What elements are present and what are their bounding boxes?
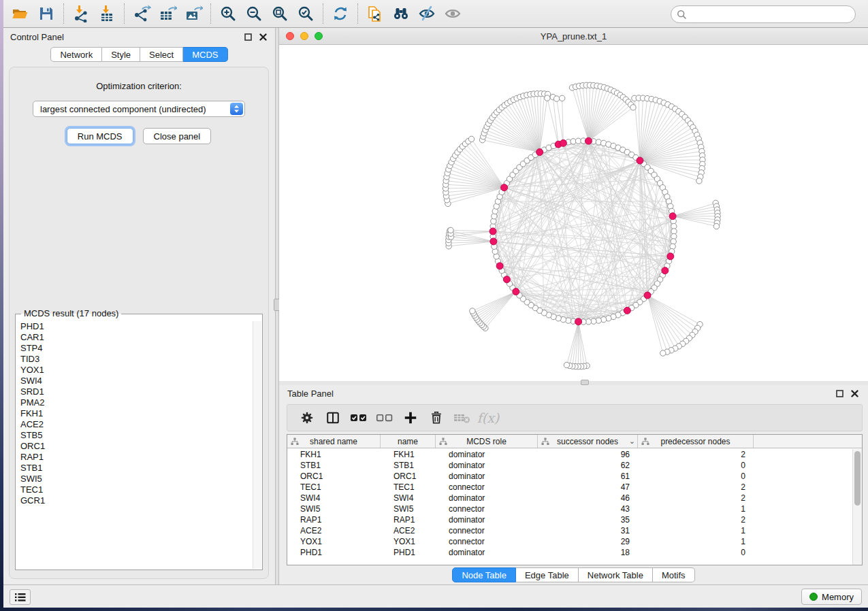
table-scrollbar[interactable] <box>852 449 862 565</box>
tab-node-table[interactable]: Node Table <box>452 567 516 582</box>
import-table-button[interactable] <box>94 2 120 25</box>
cell-predecessor-nodes[interactable]: 1 <box>638 525 754 536</box>
tab-network[interactable]: Network <box>50 47 102 62</box>
cell-shared-name[interactable]: SWI5 <box>287 503 381 514</box>
hide-selected-button[interactable] <box>414 2 440 25</box>
cell-MCDS-role[interactable]: connector <box>436 536 538 547</box>
tab-motifs[interactable]: Motifs <box>653 567 695 582</box>
cell-predecessor-nodes[interactable]: 1 <box>638 503 754 514</box>
cell-shared-name[interactable]: STB1 <box>287 460 381 471</box>
cell-name[interactable]: RAP1 <box>381 514 436 525</box>
mcds-result-list[interactable]: PHD1CAR1STP4TID3YOX1SWI4SRD1PMA2FKH1ACE2… <box>16 321 252 569</box>
mcds-result-node[interactable]: TID3 <box>16 354 252 365</box>
cell-MCDS-role[interactable]: connector <box>436 503 538 514</box>
cell-name[interactable]: ACE2 <box>381 525 436 536</box>
cell-successor-nodes[interactable]: 43 <box>538 503 638 514</box>
cell-predecessor-nodes[interactable]: 2 <box>638 514 754 525</box>
show-column-panel-button[interactable] <box>320 408 346 428</box>
column-header-shared-name[interactable]: shared name <box>287 435 381 448</box>
tab-edge-table[interactable]: Edge Table <box>516 567 579 582</box>
cell-MCDS-role[interactable]: dominator <box>436 449 538 460</box>
cell-shared-name[interactable]: FKH1 <box>287 449 381 460</box>
deselect-all-button[interactable] <box>372 408 398 428</box>
cell-shared-name[interactable]: YOX1 <box>287 536 381 547</box>
close-panel-button[interactable] <box>257 31 268 42</box>
mcds-result-node[interactable]: PHD1 <box>16 321 252 332</box>
cell-predecessor-nodes[interactable]: 1 <box>638 536 754 547</box>
close-table-panel-button[interactable] <box>849 389 860 399</box>
mcds-result-node[interactable]: GCR1 <box>16 495 252 506</box>
tab-mcds[interactable]: MCDS <box>183 47 227 62</box>
cell-successor-nodes[interactable]: 62 <box>538 460 638 471</box>
network-graph[interactable] <box>279 45 868 381</box>
cell-successor-nodes[interactable]: 35 <box>538 514 638 525</box>
function-builder-button[interactable]: f(x) <box>475 408 501 428</box>
cell-predecessor-nodes[interactable]: 2 <box>638 449 754 460</box>
zoom-fit-button[interactable] <box>267 2 293 25</box>
cell-predecessor-nodes[interactable]: 0 <box>638 547 754 558</box>
float-table-panel-button[interactable] <box>834 389 845 399</box>
zoom-selected-button[interactable] <box>293 2 319 25</box>
horizontal-splitter-grip[interactable] <box>581 380 589 385</box>
import-network-button[interactable] <box>68 2 94 25</box>
cell-name[interactable]: SWI5 <box>381 503 436 514</box>
mcds-result-node[interactable]: STP4 <box>16 343 252 354</box>
cell-name[interactable]: YOX1 <box>381 536 436 547</box>
run-mcds-button[interactable]: Run MCDS <box>67 128 133 144</box>
mcds-result-node[interactable]: RAP1 <box>16 452 252 463</box>
table-row[interactable]: SWI5SWI5connector431 <box>287 503 852 514</box>
cell-successor-nodes[interactable]: 31 <box>538 525 638 536</box>
cell-shared-name[interactable]: TEC1 <box>287 482 381 493</box>
create-column-button[interactable] <box>398 408 423 428</box>
mcds-result-node[interactable]: STB1 <box>16 463 252 474</box>
network-view[interactable] <box>279 45 868 381</box>
show-all-button[interactable] <box>440 2 466 25</box>
cell-successor-nodes[interactable]: 29 <box>538 536 638 547</box>
cell-MCDS-role[interactable]: connector <box>436 525 538 536</box>
cell-name[interactable]: FKH1 <box>381 449 436 460</box>
table-row[interactable]: RAP1RAP1dominator352 <box>287 514 852 525</box>
mcds-result-node[interactable]: PMA2 <box>16 397 252 408</box>
cell-successor-nodes[interactable]: 18 <box>538 547 638 558</box>
cell-predecessor-nodes[interactable]: 0 <box>638 460 754 471</box>
cell-successor-nodes[interactable]: 46 <box>538 493 638 503</box>
zoom-out-button[interactable] <box>241 2 267 25</box>
save-session-button[interactable] <box>33 2 59 25</box>
cell-predecessor-nodes[interactable]: 2 <box>638 493 754 503</box>
mcds-result-node[interactable]: ACE2 <box>16 419 252 430</box>
cell-MCDS-role[interactable]: dominator <box>436 493 538 503</box>
table-scrollbar-thumb[interactable] <box>854 451 861 506</box>
column-header-name[interactable]: name <box>381 435 436 448</box>
memory-button[interactable]: Memory <box>801 589 862 605</box>
cell-shared-name[interactable]: SWI4 <box>287 493 381 503</box>
mcds-result-node[interactable]: SRD1 <box>16 386 252 397</box>
cell-successor-nodes[interactable]: 61 <box>538 471 638 482</box>
criterion-dropdown[interactable]: largest connected component (undirected) <box>33 101 245 117</box>
column-header-MCDS-role[interactable]: MCDS role <box>436 435 538 448</box>
task-history-button[interactable] <box>10 589 31 605</box>
cell-name[interactable]: TEC1 <box>381 482 436 493</box>
cell-MCDS-role[interactable]: dominator <box>436 460 538 471</box>
tab-network-table[interactable]: Network Table <box>579 567 653 582</box>
mcds-result-node[interactable]: TEC1 <box>16 484 252 495</box>
cell-name[interactable]: PHD1 <box>381 547 436 558</box>
select-all-button[interactable] <box>346 408 372 428</box>
table-row[interactable]: ACE2ACE2connector311 <box>287 525 852 536</box>
table-row[interactable]: TEC1TEC1connector472 <box>287 482 852 493</box>
mcds-result-node[interactable]: STB5 <box>16 430 252 441</box>
cell-shared-name[interactable]: PHD1 <box>287 547 381 558</box>
mcds-result-scrollbar[interactable] <box>253 321 261 569</box>
delete-table-button[interactable] <box>449 408 475 428</box>
search-input[interactable] <box>687 7 855 21</box>
open-file-button[interactable] <box>7 2 33 25</box>
mcds-result-node[interactable]: SWI4 <box>16 376 252 386</box>
table-row[interactable]: ORC1ORC1dominator610 <box>287 471 852 482</box>
cell-predecessor-nodes[interactable]: 2 <box>638 482 754 493</box>
cell-predecessor-nodes[interactable]: 0 <box>638 471 754 482</box>
cell-MCDS-role[interactable]: dominator <box>436 514 538 525</box>
cell-name[interactable]: SWI4 <box>381 493 436 503</box>
cell-shared-name[interactable]: ORC1 <box>287 471 381 482</box>
cell-MCDS-role[interactable]: dominator <box>436 547 538 558</box>
table-row[interactable]: YOX1YOX1connector291 <box>287 536 852 547</box>
network-window-titlebar[interactable]: YPA_prune.txt_1 <box>279 28 868 45</box>
